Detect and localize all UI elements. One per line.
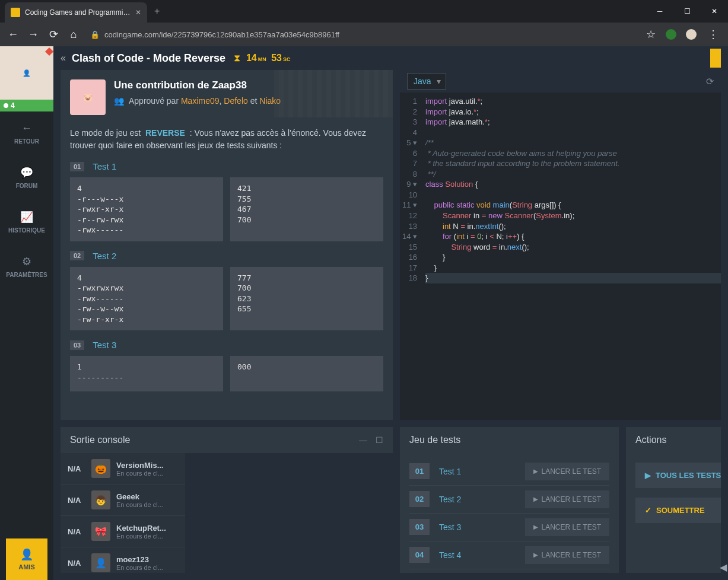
sidebar-item-label: FORUM [16, 183, 38, 189]
player-name: moez123 [116, 555, 178, 564]
extension-icon-1[interactable] [663, 26, 679, 43]
minimize-button[interactable]: ─ [646, 0, 673, 23]
refresh-icon[interactable]: ⟳ [706, 76, 714, 87]
approver-link[interactable]: Maxime09 [181, 96, 220, 106]
sidebar-icon: 💬 [20, 166, 33, 179]
player-row[interactable]: N/A 🎃 VersionMis...En cours de cl... [61, 453, 185, 485]
sidebar-item-label: HISTORIQUE [8, 227, 45, 234]
play-icon: ▶ [533, 552, 538, 558]
test-input: 4 -rwxrwxrwx -rwx------ -rw--w--wx -rw-r… [70, 267, 223, 331]
player-avatar: 🎀 [91, 522, 110, 541]
player-avatar: 👦 [91, 490, 110, 509]
close-icon[interactable]: ✕ [135, 8, 141, 17]
play-icon: ▶ [533, 496, 538, 502]
sidebar-item-forum[interactable]: 💬FORUM [4, 155, 49, 200]
sidebar-item-retour[interactable]: ←RETOUR [4, 111, 49, 155]
kebab-menu-icon[interactable]: ⋮ [703, 28, 723, 41]
tests-panel: Jeu de tests 01 Test 1 ▶LANCER LE TEST02… [400, 427, 619, 573]
player-row[interactable]: N/A 🎀 KetchupRet...En cours de cl... [61, 516, 185, 547]
test-run-row: 03 Test 3 ▶LANCER LE TEST [409, 514, 609, 541]
test-number: 02 [70, 251, 84, 260]
approver-link[interactable]: Defelo [224, 96, 247, 106]
code-editor[interactable]: 12345 ▾6789 ▾1011 ▾121314 ▾15161718 impo… [400, 93, 721, 420]
play-icon: ▶ [645, 471, 651, 480]
user-avatar[interactable]: 👤 [0, 46, 53, 100]
test-name: Test 1 [93, 161, 116, 171]
close-window-button[interactable]: ✕ [701, 0, 728, 23]
test-run-row: 02 Test 2 ▶LANCER LE TEST [409, 486, 609, 514]
test-run-number: 03 [409, 519, 430, 535]
minimize-panel-icon[interactable]: — [359, 435, 367, 445]
amis-label: AMIS [18, 563, 35, 571]
test-run-name: Test 2 [439, 495, 516, 504]
home-button[interactable]: ⌂ [65, 26, 82, 43]
player-status: En cours de cl... [116, 564, 178, 571]
player-name: VersionMis... [116, 461, 178, 470]
run-test-button[interactable]: ▶LANCER LE TEST [525, 518, 609, 536]
lock-icon: 🔒 [90, 30, 100, 39]
test-block: 01Test 1 4 -r---w---x -rwxr-xr-x -r--rw-… [70, 161, 383, 241]
url-text: codingame.com/ide/225739796c12c90ab1e357… [104, 30, 339, 39]
player-rank: N/A [68, 496, 85, 505]
star-icon[interactable]: ☆ [643, 26, 659, 43]
chevron-left-icon[interactable]: ◀ [720, 562, 727, 573]
approver-link[interactable]: Niako [259, 96, 281, 106]
test-output: 000 [230, 356, 383, 391]
player-status: En cours de cl... [116, 533, 178, 540]
submit-button[interactable]: ✓ SOUMETTRE [635, 498, 721, 523]
contribution-title: Une contribution de Zaap38 [114, 79, 383, 91]
run-test-button[interactable]: ▶LANCER LE TEST [525, 546, 609, 564]
test-run-name: Test 1 [439, 467, 516, 476]
test-run-row: 01 Test 1 ▶LANCER LE TEST [409, 458, 609, 486]
actions-title: Actions [635, 435, 666, 445]
header-action-button[interactable] [710, 49, 721, 68]
sidebar-icon: ← [21, 122, 32, 135]
run-test-button[interactable]: ▶LANCER LE TEST [525, 490, 609, 508]
test-name: Test 2 [93, 251, 116, 261]
sidebar-icon: ⚙ [22, 255, 31, 268]
back-button[interactable]: ← [5, 26, 21, 43]
reload-button[interactable]: ⟳ [45, 26, 62, 43]
url-bar[interactable]: 🔒 codingame.com/ide/225739796c12c90ab1e3… [85, 30, 639, 39]
test-run-number: 02 [409, 491, 430, 507]
extension-icon-2[interactable] [683, 26, 700, 43]
browser-tab[interactable]: Coding Games and Programming ✕ [5, 2, 147, 23]
maximize-button[interactable]: ☐ [673, 0, 701, 23]
editor-gutter: 12345 ▾6789 ▾1011 ▾121314 ▾15161718 [400, 93, 422, 420]
all-tests-button[interactable]: ▶ TOUS LES TESTS [635, 463, 721, 488]
online-count: 4 [11, 101, 15, 110]
forward-button[interactable]: → [25, 26, 42, 43]
amis-button[interactable]: 👤 AMIS [6, 538, 47, 580]
player-rank: N/A [68, 559, 85, 568]
new-tab-button[interactable]: + [147, 6, 167, 17]
tests-panel-title: Jeu de tests [409, 435, 460, 445]
user-icon: 👤 [20, 548, 33, 561]
test-run-number: 01 [409, 463, 430, 479]
player-rank: N/A [68, 464, 85, 473]
back-arrows-icon[interactable]: « [61, 53, 66, 63]
maximize-panel-icon[interactable]: ☐ [376, 435, 383, 445]
test-number: 03 [70, 340, 84, 350]
console-panel: Sortie console — ☐ N/A 🎃 VersionMis...En… [61, 427, 393, 573]
sidebar-item-label: PARAMÈTRES [6, 272, 47, 278]
page-title: Clash of Code - Mode Reverse [72, 52, 225, 65]
tab-title: Coding Games and Programming [25, 8, 131, 17]
player-status: En cours de cl... [116, 470, 178, 477]
editor-code[interactable]: import java.util.*; import java.io.*; im… [422, 93, 721, 420]
window-titlebar: Coding Games and Programming ✕ + ─ ☐ ✕ [0, 0, 728, 23]
test-output: 421 755 467 700 [230, 177, 383, 241]
console-title: Sortie console [70, 435, 130, 445]
player-row[interactable]: N/A 👦 GeeekEn cours de cl... [61, 485, 185, 516]
language-select[interactable]: Java [407, 73, 446, 90]
run-test-button[interactable]: ▶LANCER LE TEST [525, 463, 609, 480]
play-icon: ▶ [533, 468, 538, 474]
test-name: Test 3 [93, 340, 116, 350]
window-controls: ─ ☐ ✕ [646, 0, 728, 23]
editor-header: Java ⟳ [400, 70, 721, 93]
test-block: 02Test 2 4 -rwxrwxrwx -rwx------ -rw--w-… [70, 251, 383, 331]
sidebar-item-historique[interactable]: 📈HISTORIQUE [4, 200, 49, 244]
player-row[interactable]: N/A 👤 moez123En cours de cl... [61, 547, 185, 573]
sidebar-item-paramètres[interactable]: ⚙PARAMÈTRES [4, 244, 49, 289]
player-status: En cours de cl... [116, 501, 178, 508]
test-run-name: Test 4 [439, 550, 516, 560]
